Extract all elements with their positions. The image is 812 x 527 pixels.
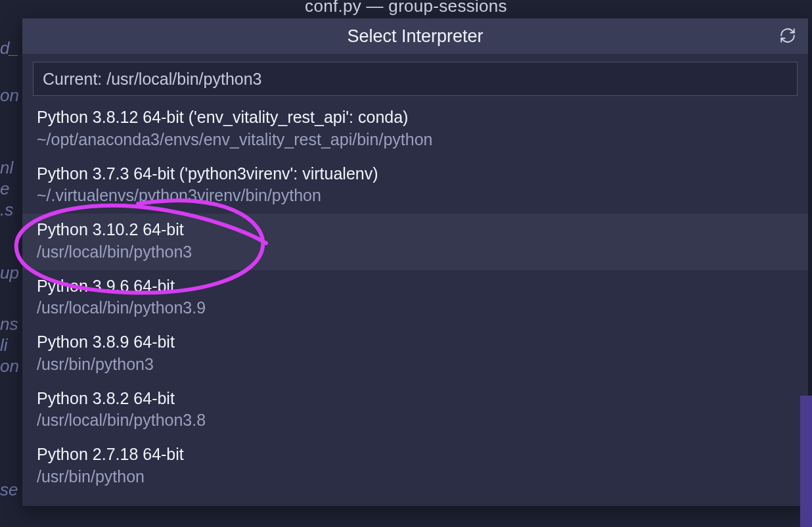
editor-token: li: [0, 335, 8, 355]
interpreter-option[interactable]: Python 3.8.12 64-bit ('env_vitality_rest…: [22, 101, 808, 158]
interpreter-option[interactable]: Python 2.7.18 64-bit/usr/bin/python: [22, 438, 808, 495]
panel-header: Select Interpreter: [22, 18, 808, 54]
editor-token: up: [0, 263, 19, 283]
refresh-icon: [779, 27, 796, 46]
interpreter-path: /usr/bin/python: [37, 466, 794, 488]
interpreter-title: Python 3.7.3 64-bit ('python3virenv': vi…: [37, 163, 794, 185]
interpreter-option[interactable]: Python 3.8.2 64-bit/usr/local/bin/python…: [22, 382, 808, 439]
interpreter-path: ~/opt/anaconda3/envs/env_vitality_rest_a…: [37, 129, 794, 151]
interpreter-path: /usr/local/bin/python3.9: [37, 297, 794, 319]
editor-token: nl: [0, 158, 13, 178]
interpreter-option[interactable]: Python 3.10.2 64-bit/usr/local/bin/pytho…: [22, 214, 808, 270]
editor-token: ns: [0, 314, 18, 334]
interpreter-title: Python 3.9.6 64-bit: [37, 275, 794, 298]
editor-token: se: [0, 480, 18, 500]
select-interpreter-panel: Select Interpreter Python 3.8.12 64-bit …: [22, 18, 808, 506]
editor-token: d_: [0, 38, 19, 58]
interpreter-path: ~/.virtualenvs/python3virenv/bin/python: [37, 185, 794, 207]
interpreter-option[interactable]: Python 3.8.9 64-bit/usr/bin/python3: [22, 326, 808, 382]
interpreter-path: /usr/bin/python3: [37, 354, 794, 376]
interpreter-title: Python 2.7.18 64-bit: [37, 444, 794, 466]
interpreter-option[interactable]: Python 3.9.6 64-bit/usr/local/bin/python…: [22, 270, 808, 327]
interpreter-title: Python 3.8.12 64-bit ('env_vitality_rest…: [37, 106, 794, 129]
editor-token: on: [0, 85, 19, 106]
interpreter-path: /usr/local/bin/python3: [37, 241, 794, 264]
interpreter-path: /usr/local/bin/python3.8: [37, 409, 794, 432]
interpreter-search-input[interactable]: [33, 62, 798, 96]
panel-title: Select Interpreter: [347, 26, 483, 47]
interpreter-title: Python 3.10.2 64-bit: [37, 219, 794, 241]
editor-token: .s: [0, 200, 13, 220]
interpreter-title: Python 3.8.9 64-bit: [37, 331, 794, 354]
interpreter-list[interactable]: Python 3.8.12 64-bit ('env_vitality_rest…: [22, 99, 808, 506]
refresh-button[interactable]: [778, 26, 798, 46]
scrollbar-indicator: [800, 396, 812, 527]
panel-input-wrap: [22, 54, 808, 99]
window-title: conf.py — group-sessions: [0, 0, 812, 16]
editor-token: on: [0, 356, 19, 377]
interpreter-option[interactable]: Python 3.7.3 64-bit ('python3virenv': vi…: [22, 158, 808, 214]
editor-token: e: [0, 179, 9, 199]
interpreter-title: Python 3.8.2 64-bit: [37, 388, 794, 410]
